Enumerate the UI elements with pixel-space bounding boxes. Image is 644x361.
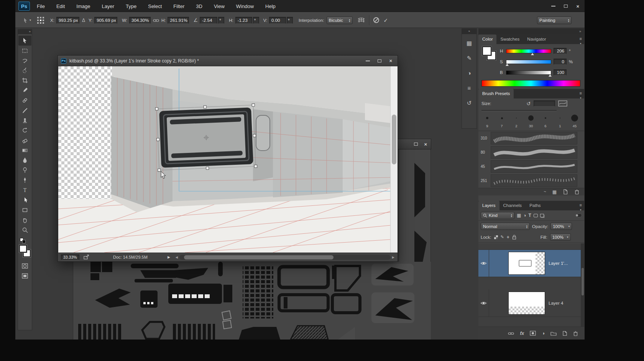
delete-brush-icon[interactable] (574, 189, 580, 195)
zoom-level-field[interactable]: 33.33% (61, 254, 79, 260)
add-adjustment-layer-icon[interactable]: ◑ (542, 331, 545, 336)
y-input[interactable]: 905.69 px (94, 17, 117, 24)
tab-navigator[interactable]: Navigator (523, 34, 550, 44)
new-group-icon[interactable] (550, 331, 557, 336)
tool-rectangular-marquee[interactable] (18, 46, 31, 56)
menu-type[interactable]: Type (125, 3, 137, 9)
canvas-horizontal-scrollbar[interactable] (179, 255, 391, 260)
canvas-vertical-scrollbar[interactable] (390, 66, 398, 253)
icon-strip-collapse-button[interactable]: » (462, 29, 476, 34)
add-mask-icon[interactable] (530, 331, 536, 336)
h-scale-input[interactable]: 261.91% (168, 17, 189, 24)
angle-input[interactable]: -2.54 (200, 17, 217, 24)
tool-brush[interactable] (18, 105, 31, 115)
tool-clone-stamp[interactable] (18, 115, 31, 125)
workspace-dropdown[interactable]: Painting ▴▾ (537, 16, 572, 24)
tool-preset-picker[interactable]: ▾ (22, 17, 31, 23)
lock-all-icon[interactable] (512, 235, 516, 240)
panel-icon-history[interactable]: ↺ (467, 100, 472, 106)
tab-swatches[interactable]: Swatches (496, 34, 523, 44)
background-document-close-button[interactable]: × (424, 142, 427, 147)
filter-smart-objects-icon[interactable] (540, 214, 544, 217)
canvas-3d-scene[interactable] (58, 66, 390, 253)
new-layer-icon[interactable] (562, 331, 567, 336)
tool-pen[interactable] (18, 175, 31, 185)
color-spectrum-bar[interactable] (481, 80, 580, 87)
panel-icon-adjustments[interactable]: ◑ (467, 70, 471, 76)
relative-position-toggle[interactable]: Δ (82, 18, 85, 23)
brush-size-slider[interactable] (481, 110, 557, 111)
filter-adjustment-layers-icon[interactable]: ◑ (523, 213, 526, 218)
layer-row-selected[interactable]: Layer 1'... (478, 249, 581, 277)
tool-blur[interactable] (18, 155, 31, 165)
horizontal-scrollbar-thumb[interactable] (184, 255, 334, 259)
tool-crop[interactable] (18, 75, 31, 85)
brush-tip-7[interactable]: 7 (495, 114, 509, 129)
quick-mask-button[interactable] (18, 261, 31, 271)
hue-value-field[interactable]: 206 (554, 48, 567, 54)
v-skew-input[interactable]: 0.00 (269, 17, 286, 24)
tab-paths[interactable]: Paths (526, 201, 544, 210)
lock-position-icon[interactable]: + (507, 235, 509, 240)
brightness-value-field[interactable]: 100 (554, 69, 567, 75)
tool-move[interactable] (18, 36, 31, 46)
panel-icon-styles[interactable]: ▦ (467, 40, 472, 46)
layers-scrollbar[interactable] (581, 243, 584, 327)
hue-slider[interactable] (506, 49, 551, 53)
saturation-value-field[interactable]: 0 (554, 59, 567, 65)
tool-hand[interactable] (18, 215, 31, 225)
menu-filter[interactable]: Filter (172, 3, 185, 9)
brush-grid-view-icon[interactable]: ▦ (552, 190, 557, 194)
default-colors-icon[interactable] (19, 238, 31, 243)
tool-eraser[interactable] (18, 135, 31, 145)
lock-transparency-icon[interactable] (494, 235, 498, 239)
brush-stroke-preset-310[interactable]: 310 (478, 131, 584, 145)
vertical-scrollbar-thumb[interactable] (392, 115, 396, 164)
layer-filter-dropdown[interactable]: Kind ▴▾ (481, 212, 514, 219)
document-titlebar[interactable]: Ps kitbash.psd @ 33.3% (Layer 1's Inner … (58, 56, 398, 66)
blend-mode-dropdown[interactable]: Normal ▴▾ (481, 223, 530, 230)
delete-layer-icon[interactable] (573, 331, 578, 336)
layer1-thumbnail[interactable] (508, 252, 545, 275)
brush-stroke-preset-251[interactable]: 251 (478, 174, 584, 188)
menu-window[interactable]: Window (235, 3, 255, 9)
scroll-left-arrow[interactable]: ◀ (176, 256, 178, 259)
panel-icon-properties[interactable]: ≡ (468, 85, 471, 91)
menu-file[interactable]: File (36, 3, 46, 9)
brush-tip-45[interactable]: 45 (567, 114, 582, 129)
tool-eyedropper[interactable] (18, 85, 31, 95)
opacity-dropdown[interactable]: 100% ▾ (550, 223, 572, 230)
tab-layers[interactable]: Layers (478, 201, 499, 210)
app-close-button[interactable]: × (576, 4, 579, 9)
panels-collapse-button[interactable]: » (478, 28, 584, 34)
layer4-name[interactable]: Layer 4 (549, 301, 563, 305)
tool-type[interactable]: T (18, 185, 31, 195)
status-flyout-button[interactable]: ▶ (168, 255, 170, 259)
menu-edit[interactable]: Edit (56, 3, 66, 9)
toolbar-collapse-button[interactable]: » (18, 30, 32, 34)
panel-foreground-swatch[interactable] (482, 46, 491, 56)
brush-tip-2[interactable]: 2 (509, 114, 524, 129)
brush-stroke-toggle-icon[interactable]: ~ (544, 190, 546, 194)
screen-mode-button[interactable] (18, 271, 31, 281)
tool-history-brush[interactable] (18, 125, 31, 135)
new-brush-icon[interactable] (563, 189, 568, 195)
background-document-canvas-bottom[interactable] (73, 262, 431, 340)
app-restore-button[interactable] (564, 5, 568, 8)
x-input[interactable]: 993.25 px (56, 17, 79, 24)
layer4-thumbnail[interactable] (508, 292, 545, 315)
document-maximize-button[interactable] (378, 59, 381, 62)
warp-mode-button[interactable] (357, 17, 365, 24)
document-close-button[interactable]: × (389, 58, 392, 63)
document-minimize-button[interactable] (366, 61, 370, 61)
saturation-slider[interactable] (506, 60, 551, 64)
brush-tip-30[interactable]: 30 (524, 114, 538, 129)
link-layers-icon[interactable] (508, 331, 514, 336)
fill-dropdown[interactable]: 100% ▾ (550, 233, 571, 241)
menu-view[interactable]: View (213, 3, 225, 9)
tool-rectangle-shape[interactable] (18, 205, 31, 215)
cancel-transform-button[interactable] (373, 17, 379, 23)
tool-quick-selection[interactable] (18, 66, 31, 75)
panel-icon-tool-presets[interactable]: ✎ (467, 55, 472, 61)
layer-effects-icon[interactable]: fx (520, 331, 524, 336)
